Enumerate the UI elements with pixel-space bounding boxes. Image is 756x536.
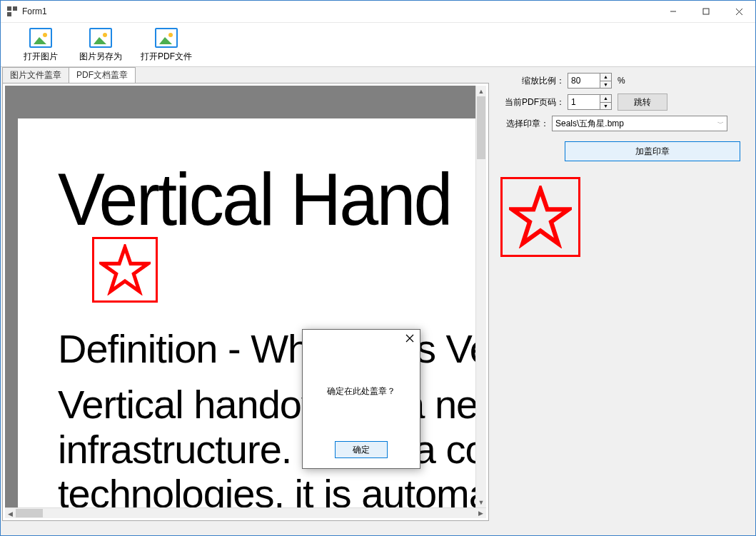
svg-rect-1 (13, 6, 17, 11)
seal-preview (500, 177, 580, 257)
jump-button[interactable]: 跳转 (618, 93, 667, 111)
save-image-as-label: 图片另存为 (79, 51, 122, 63)
seal-combobox[interactable]: Seals\五角星.bmp ﹀ (552, 116, 727, 131)
settings-panel: 缩放比例： ▲ ▼ % 当前PDF页码： ▲ ▼ (496, 70, 751, 257)
star-icon (99, 244, 151, 295)
seal-placement-marker[interactable] (92, 237, 158, 303)
spin-up-icon[interactable]: ▲ (600, 74, 611, 81)
page-label: 当前PDF页码： (496, 96, 568, 108)
svg-rect-0 (7, 6, 11, 11)
seal-label: 选择印章： (496, 118, 552, 130)
image-icon (29, 28, 52, 48)
app-icon (6, 6, 18, 17)
zoom-label: 缩放比例： (496, 75, 568, 87)
image-icon (155, 28, 178, 48)
window-controls (657, 1, 755, 22)
vertical-scrollbar[interactable]: ▲ ▼ (475, 86, 486, 507)
page-input[interactable] (568, 95, 600, 109)
zoom-input[interactable] (568, 74, 600, 88)
star-icon (509, 186, 572, 248)
svg-rect-2 (7, 12, 11, 16)
scroll-thumb[interactable] (16, 509, 43, 517)
chevron-down-icon: ﹀ (717, 119, 724, 128)
tab-image-stamp[interactable]: 图片文件盖章 (2, 67, 69, 83)
zoom-spinbox[interactable]: ▲ ▼ (568, 73, 612, 89)
dialog-close-button[interactable] (405, 333, 414, 345)
open-image-button[interactable]: 打开图片 (11, 24, 71, 66)
scroll-thumb[interactable] (477, 96, 485, 159)
scroll-left-icon[interactable]: ◀ (5, 509, 16, 519)
svg-marker-8 (512, 189, 568, 243)
tab-strip: 图片文件盖章 PDF文档盖章 (2, 67, 135, 83)
svg-marker-7 (102, 247, 148, 291)
pdf-heading: Vertical Hand (58, 157, 451, 242)
scroll-up-icon[interactable]: ▲ (476, 86, 486, 96)
scroll-right-icon[interactable]: ▶ (475, 508, 486, 518)
close-icon (405, 334, 414, 343)
svg-rect-4 (703, 9, 709, 14)
client-area: 图片文件盖章 PDF文档盖章 Vertical Hand Definition … (1, 67, 755, 535)
window-title: Form1 (22, 6, 47, 16)
minimize-button[interactable] (657, 1, 690, 22)
maximize-button[interactable] (690, 1, 722, 22)
zoom-unit: % (618, 76, 625, 86)
spin-up-icon[interactable]: ▲ (600, 95, 611, 102)
spin-down-icon[interactable]: ▼ (600, 81, 611, 89)
titlebar: Form1 (1, 1, 755, 23)
save-image-as-button[interactable]: 图片另存为 (71, 24, 131, 66)
app-window: Form1 打开图片 图片另存为 打开PDF文件 图 (0, 0, 756, 536)
seal-selected-value: Seals\五角星.bmp (555, 118, 624, 130)
tab-pdf-stamp[interactable]: PDF文档盖章 (69, 67, 136, 83)
open-pdf-button[interactable]: 打开PDF文件 (131, 24, 202, 66)
open-image-label: 打开图片 (24, 51, 58, 63)
horizontal-scrollbar[interactable]: ◀ ▶ (5, 507, 486, 518)
pdf-body-line: technologies, it is automat (58, 472, 475, 507)
toolbar: 打开图片 图片另存为 打开PDF文件 (1, 23, 755, 67)
close-button[interactable] (722, 1, 755, 22)
open-pdf-label: 打开PDF文件 (141, 51, 192, 63)
apply-seal-button[interactable]: 加盖印章 (565, 141, 740, 161)
dialog-message: 确定在此处盖章？ (303, 385, 420, 398)
spin-down-icon[interactable]: ▼ (600, 102, 611, 110)
image-icon (89, 28, 112, 48)
dialog-ok-button[interactable]: 确定 (335, 441, 388, 458)
scroll-down-icon[interactable]: ▼ (476, 497, 486, 507)
confirm-dialog: 确定在此处盖章？ 确定 (302, 329, 420, 469)
page-spinbox[interactable]: ▲ ▼ (568, 94, 612, 110)
